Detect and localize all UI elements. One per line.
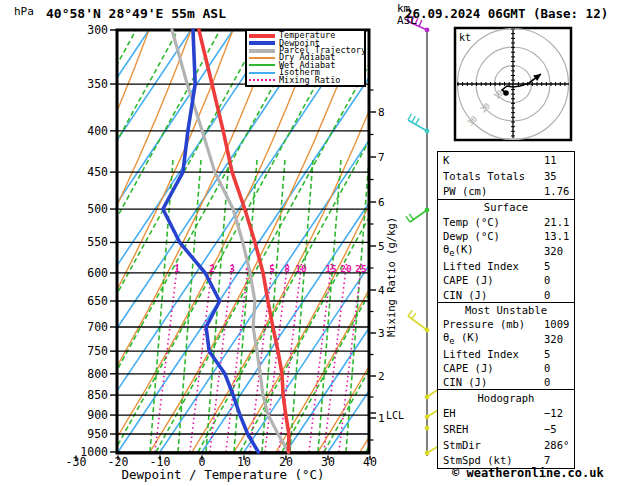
pressure-axis-unit: hPa (14, 5, 34, 18)
temperature-axis-labels: -30-20-10010203040Dewpoint / Temperature… (66, 455, 377, 482)
legend-line-sample (249, 41, 275, 45)
page-title: 40°58'N 28°49'E 55m ASL (46, 6, 226, 21)
wind-barb (408, 114, 429, 133)
table-row-label: SREH (438, 423, 468, 435)
pressure-tick-label: 850 (87, 388, 108, 402)
pressure-tick-label: 900 (87, 408, 108, 422)
table-row-value: 0 (544, 274, 550, 286)
table-row: CAPE (J)0 (438, 361, 574, 375)
table-row-value: 11 (544, 154, 557, 166)
table-row-label: CIN (J) (438, 376, 487, 388)
pressure-tick-label: 550 (87, 235, 108, 249)
pressure-tick-label: 800 (87, 367, 108, 381)
table-row-value: 1.76 (544, 185, 569, 197)
table-row-label: CIN (J) (438, 289, 487, 301)
table-row-label: Pressure (mb) (438, 318, 525, 330)
table-row: StmDir286° (438, 437, 574, 453)
mixing-ratio-label: 25 (355, 263, 367, 274)
table-row: CAPE (J)0 (438, 273, 574, 287)
table-row: K11 (438, 152, 574, 168)
stats-table-title: Most Unstable (438, 303, 574, 317)
table-row-value: 7 (544, 454, 550, 466)
table-row: Totals Totals35 (438, 168, 574, 184)
mixing-ratio-label: 20 (340, 263, 352, 274)
table-row-value: 21.1 (544, 216, 569, 228)
wind-barb (408, 310, 429, 332)
mixing-ratio-label: 8 (284, 263, 290, 274)
km-tick-label: 5 (378, 240, 385, 253)
table-row-label: StmSpd (kt) (438, 454, 513, 466)
table-row-label: θe (K) (438, 331, 480, 346)
stats-table-surface: SurfaceTemp (°C)21.1Dewp (°C)13.1θe(K)32… (437, 199, 575, 303)
table-row-value: 0 (544, 376, 550, 388)
table-row-value: 320 (544, 333, 563, 345)
table-row: Dewp (°C)13.1 (438, 229, 574, 243)
table-row-value: 5 (544, 260, 550, 272)
table-row-label: Totals Totals (438, 170, 525, 182)
lcl-label: LCL (386, 410, 404, 421)
hodograph-panel: 102030kt (455, 28, 571, 140)
table-row: Lifted Index5 (438, 259, 574, 273)
pressure-tick-label: 700 (87, 320, 108, 334)
table-row-label: Lifted Index (438, 260, 519, 272)
table-row-label: CAPE (J) (438, 362, 494, 374)
pressure-axis-labels: 3003504004505005506006507007508008509009… (80, 23, 116, 459)
stats-table-title: Hodograph (438, 390, 574, 406)
legend-line-sample (249, 64, 275, 66)
table-row: EH−12 (438, 406, 574, 422)
km-tick-label: 4 (378, 284, 385, 297)
pressure-tick-label: 350 (87, 77, 108, 91)
pressure-tick-label: 650 (87, 294, 108, 308)
km-tick-label: 7 (378, 151, 385, 164)
temp-tick-label: 40 (363, 455, 377, 469)
wind-barb (406, 208, 429, 222)
legend-line-sample (249, 49, 275, 53)
table-row-value: −12 (544, 407, 563, 419)
mixing-ratio-label: 10 (295, 263, 307, 274)
table-row-label: StmDir (438, 439, 481, 451)
mixing-ratio-label: 5 (269, 263, 275, 274)
wind-barb (425, 426, 430, 431)
table-row-label: Temp (°C) (438, 216, 500, 228)
stats-table-title: Surface (438, 200, 574, 214)
km-tick-label: 1 (378, 412, 385, 425)
pressure-tick-label: 750 (87, 344, 108, 358)
mixing-ratio-label: 2 (209, 263, 215, 274)
legend-line-sample (249, 79, 275, 81)
x-axis-title: Dewpoint / Temperature (°C) (121, 467, 324, 482)
pressure-tick-label: 450 (87, 165, 108, 179)
legend-line-sample (249, 34, 275, 38)
table-row-value: 5 (544, 348, 550, 360)
table-row: Pressure (mb)1009 (438, 317, 574, 331)
pressure-tick-label: 500 (87, 202, 108, 216)
table-row-label: CAPE (J) (438, 274, 494, 286)
skewt-sounding-page: 3003504004505005506006507007508008509009… (0, 0, 629, 486)
mixing-ratio-label: 15 (325, 263, 337, 274)
legend-item-label: Mixing Ratio (279, 77, 340, 84)
stats-table-hodograph: HodographEH−12SREH−5StmDir286°StmSpd (kt… (437, 389, 575, 469)
table-row-value: 286° (544, 439, 569, 451)
km-tick-label: 3 (378, 327, 385, 340)
table-row-value: 0 (544, 362, 550, 374)
km-tick-label: 6 (378, 196, 385, 209)
datetime-title: 26.09.2024 06GMT (Base: 12) (405, 6, 608, 21)
table-row: Lifted Index5 (438, 346, 574, 360)
temp-tick-label: -30 (66, 455, 87, 469)
table-row-label: Dewp (°C) (438, 230, 500, 242)
mixing-ratio-axis-label: Mixing Ratio (g/kg) (385, 217, 397, 337)
legend-box: TemperatureDewpointParcel TrajectoryDry … (245, 29, 366, 87)
table-row-label: PW (cm) (438, 185, 487, 197)
legend-line-sample (249, 72, 275, 74)
stats-table-most-unstable: Most UnstablePressure (mb)1009θe (K)320L… (437, 302, 575, 390)
table-row-value: 0 (544, 289, 550, 301)
table-row-value: 35 (544, 170, 557, 182)
pressure-tick-label: 600 (87, 266, 108, 280)
km-tick-label: 2 (378, 370, 385, 383)
table-row: PW (cm)1.76 (438, 183, 574, 199)
altitude-axis: 87654321LCLMixing Ratio (g/kg) (369, 90, 404, 440)
table-row: CIN (J)0 (438, 288, 574, 302)
table-row-label: θe(K) (438, 243, 474, 258)
table-row-value: 13.1 (544, 230, 569, 242)
legend-item: Mixing Ratio (249, 77, 362, 84)
table-row-value: −5 (544, 423, 557, 435)
